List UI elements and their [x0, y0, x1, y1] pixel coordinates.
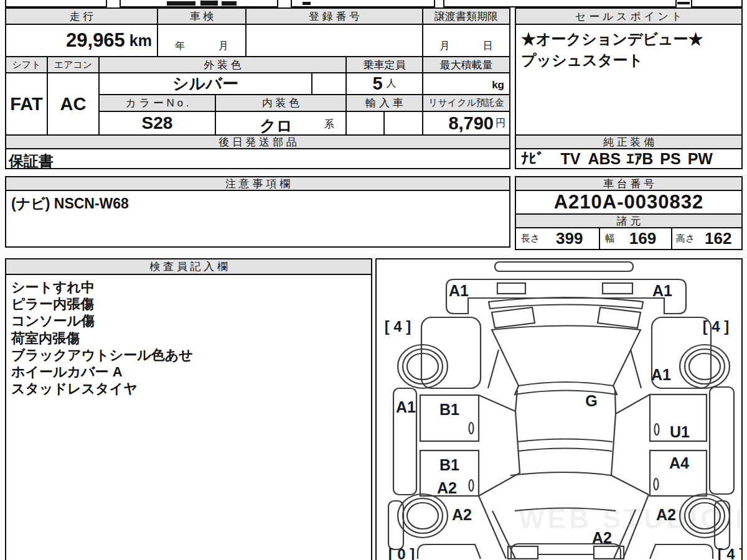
equipment-row: ﾅﾋﾞ TV ABS ｴｱB PS PW [515, 148, 743, 169]
spec-height-label: 高さ [676, 233, 695, 245]
chassis-value-cell: A210A-0030832 [515, 190, 743, 215]
damage-label: A4 [669, 454, 689, 472]
spec-width-label: 幅 [605, 233, 614, 245]
car-top-view-diagram: WEB STUDIO PRO [377, 259, 741, 560]
shift-header: シフト [5, 56, 48, 73]
wiper-pane-left [492, 307, 535, 328]
sales-points-header-label: セ ー ル ス ポ イ ン ト [575, 9, 682, 24]
spec-width-cell: 幅 169 [599, 227, 672, 250]
chassis-value: A210A-0030832 [554, 191, 704, 213]
door-handle [469, 480, 474, 491]
damage-label: U1 [670, 423, 690, 441]
roof-edge-band [515, 386, 617, 394]
damage-label: A2 [437, 479, 457, 497]
notes-value: (ナビ) NSCN-W68 [11, 194, 129, 213]
registration-header: 登 録 番 号 [245, 7, 423, 25]
cutoff-row-cell [291, 0, 435, 7]
capacity-unit: 人 [387, 77, 397, 90]
recycle-deposit-header: リサイクル預託金 [422, 94, 510, 112]
spec-length-cell: 長さ 399 [515, 227, 600, 250]
roof-strip [495, 262, 633, 271]
color-no-header: カ ラ ー N o . [98, 94, 216, 112]
equipment-item: ｴｱB [626, 150, 653, 168]
lower-body-arc [510, 472, 611, 475]
wheel-front-right [680, 345, 730, 388]
spec-length-label: 長さ [521, 233, 540, 245]
exterior-color-value: シルバー [172, 73, 238, 95]
capacity-value-cell: 5 人 [345, 72, 423, 95]
later-parts-value: 保証書 [9, 151, 54, 171]
registration-header-label: 登 録 番 号 [309, 9, 360, 24]
damage-label: A2 [656, 506, 676, 523]
cutoff-glyph-fragment [200, 1, 218, 6]
cutoff-row-cell [443, 0, 677, 7]
spec-width-value: 169 [614, 229, 671, 248]
cutoff-row-cell [691, 0, 743, 7]
equipment-header-label: 純 正 装 備 [603, 135, 654, 149]
wiper-pane-right [598, 307, 641, 328]
tailgate-notch-right [594, 546, 624, 559]
interior-color-value-cell: クロ 系 [215, 111, 347, 136]
notes-content: (ナビ) NSCN-W68 [5, 190, 510, 248]
specs-header: 諸 元 [515, 213, 743, 228]
inspector-header: 検 査 員 記 入 欄 [6, 259, 371, 275]
shaken-month-label: 月 [218, 40, 228, 53]
transfer-header-label: 譲渡書類期限 [435, 9, 498, 24]
exterior-color-header: 外 装 色 [98, 56, 347, 73]
transfer-value-cell: 月 日 [422, 24, 510, 57]
damage-label: A1 [396, 398, 416, 416]
shaken-header-label: 車 検 [190, 9, 214, 24]
defect-item: ホイールカバー A [11, 363, 371, 380]
shaken-header: 車 検 [157, 7, 247, 25]
aircon-header-label: エアコン [54, 59, 92, 71]
later-parts-value-cell: 保証書 [5, 148, 510, 169]
damage-label: B1 [439, 401, 459, 418]
inspector-box: 検 査 員 記 入 欄 シートすれ中 ピラー内張傷 コンソール傷 荷室内張傷 ブ… [5, 258, 372, 560]
shift-value-cell: FAT [5, 72, 48, 136]
shaken-value-cell: 年 月 [157, 24, 247, 57]
max-load-header-label: 最大積載量 [440, 58, 493, 72]
rear-left-fender [418, 544, 481, 559]
mileage-header-label: 走 行 [70, 9, 94, 24]
cutoff-glyph-fragment [222, 1, 237, 6]
shaken-year-label: 年 [175, 40, 185, 53]
floor-arc-2 [518, 449, 612, 452]
cutoff-glyph-fragment [167, 1, 195, 6]
windshield [492, 326, 641, 386]
cutoff-row-cell [120, 0, 278, 7]
tire-depth-label: [ 4 ] [703, 318, 730, 335]
shift-header-label: シフト [12, 59, 40, 71]
defect-item: ピラー内張傷 [11, 296, 371, 312]
rear-left-corner-strip [388, 501, 403, 549]
damage-label: A1 [651, 366, 671, 383]
color-no-value: S28 [142, 113, 173, 133]
color-no-header-label: カ ラ ー N o . [126, 96, 189, 110]
body-right-edge [611, 350, 650, 495]
aircon-header: エアコン [47, 56, 100, 73]
spec-height-value: 162 [695, 229, 741, 248]
spec-length-value: 399 [540, 229, 599, 248]
damage-label: A1 [449, 282, 469, 299]
chassis-header-label: 車 台 番 号 [603, 177, 654, 191]
cutoff-glyph-fragment [303, 2, 311, 5]
equipment-item: PW [688, 150, 713, 168]
interior-color-suffix: 系 [324, 118, 334, 131]
shift-value: FAT [10, 94, 43, 114]
import-car-cell-1 [345, 111, 385, 136]
floor-arc-1 [517, 439, 613, 442]
exterior-color-sub-cell [311, 72, 347, 95]
import-car-header: 輸 入 車 [345, 94, 423, 112]
tire-depth-label: [ 0 ] [388, 546, 415, 560]
tire-depth-label: [ 4 ] [718, 546, 741, 560]
sales-points-content: ★オークションデビュー★ プッシュスタート [515, 24, 743, 136]
recycle-deposit-unit: 円 [496, 117, 505, 130]
rear-right-fender [650, 544, 713, 559]
equipment-item: ABS [588, 150, 621, 168]
exterior-color-header-label: 外 装 色 [204, 58, 241, 72]
mileage-header: 走 行 [5, 7, 158, 25]
damage-label: G [585, 392, 597, 409]
tire-depth-label: [ 4 ] [385, 318, 411, 335]
equipment-item: PS [660, 150, 680, 168]
aircon-value: AC [60, 94, 87, 114]
registration-value-cell [245, 24, 423, 57]
